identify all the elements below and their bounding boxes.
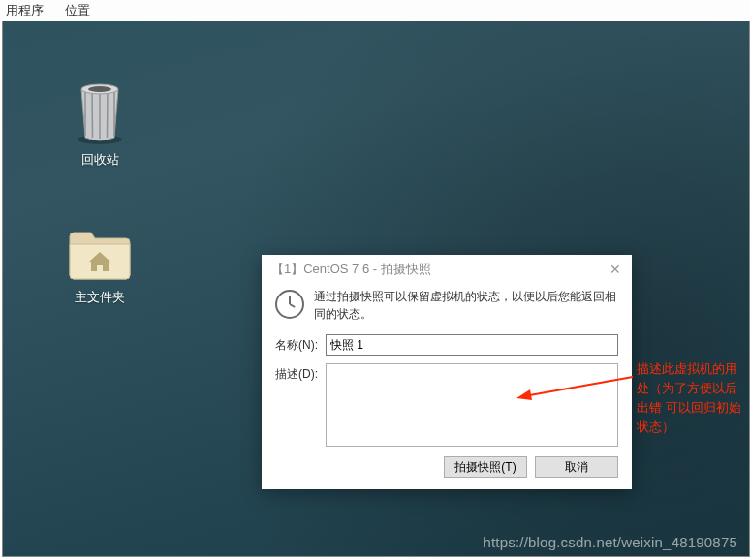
home-folder-icon	[66, 227, 134, 283]
description-input[interactable]	[326, 363, 618, 447]
name-input[interactable]	[326, 334, 618, 356]
dialog-titlebar[interactable]: 【1】CentOS 7 6 - 拍摄快照 ✕	[262, 255, 632, 284]
menu-places[interactable]: 位置	[65, 2, 90, 19]
menubar: 用程序 位置	[0, 0, 750, 21]
name-row: 名称(N):	[275, 334, 618, 356]
desktop-icon-home[interactable]: 主文件夹	[56, 227, 143, 306]
dialog-body: 通过拍摄快照可以保留虚拟机的状态，以便以后您能返回相同的状态。 名称(N): 描…	[262, 284, 632, 489]
close-icon[interactable]: ✕	[607, 261, 624, 278]
take-snapshot-button[interactable]: 拍摄快照(T)	[444, 456, 527, 478]
dialog-info-row: 通过拍摄快照可以保留虚拟机的状态，以便以后您能返回相同的状态。	[275, 288, 618, 323]
desktop-icon-trash[interactable]: 回收站	[56, 78, 143, 169]
viewport: 回收站 主文件夹 https://blog.csdn.net/weixin_48…	[2, 21, 750, 557]
snapshot-dialog: 【1】CentOS 7 6 - 拍摄快照 ✕ 通过拍摄快照可以保留虚拟机的状态，…	[262, 255, 632, 489]
trash-icon	[70, 78, 130, 145]
cancel-button[interactable]: 取消	[535, 456, 618, 478]
name-label: 名称(N):	[275, 334, 326, 354]
dialog-info-text: 通过拍摄快照可以保留虚拟机的状态，以便以后您能返回相同的状态。	[314, 288, 618, 323]
menu-applications[interactable]: 用程序	[6, 2, 44, 19]
dialog-button-row: 拍摄快照(T) 取消	[275, 456, 618, 478]
dialog-title-text: 【1】CentOS 7 6 - 拍摄快照	[271, 261, 431, 278]
trash-label: 回收站	[56, 151, 143, 169]
clock-icon	[275, 290, 304, 319]
watermark: https://blog.csdn.net/weixin_48190875	[483, 534, 737, 550]
home-label: 主文件夹	[56, 289, 143, 306]
annotation-text: 描述此虚拟机的用处（为了方便以后出错 可以回归初始状态）	[637, 359, 749, 438]
svg-point-2	[88, 86, 111, 92]
description-label: 描述(D):	[275, 363, 326, 383]
description-row: 描述(D):	[275, 363, 618, 447]
